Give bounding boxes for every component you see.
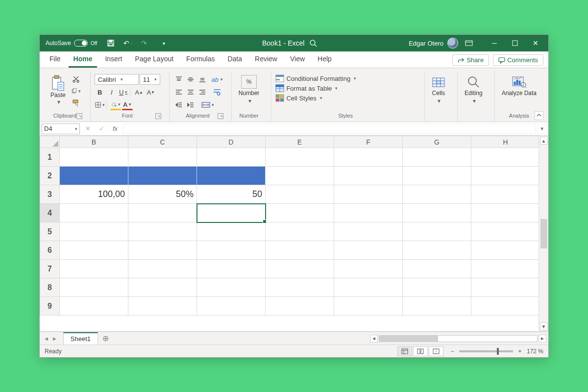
fill-color-button[interactable]: ▾ xyxy=(110,99,121,110)
select-all-corner[interactable] xyxy=(40,136,60,148)
cell-H9[interactable] xyxy=(471,297,539,316)
tab-review[interactable]: Review xyxy=(250,52,282,68)
row-header-5[interactable]: 5 xyxy=(40,222,60,241)
zoom-slider[interactable] xyxy=(459,350,513,352)
increase-font-button[interactable]: A▲ xyxy=(134,87,145,98)
tab-insert[interactable]: Insert xyxy=(100,52,127,68)
cell-E4[interactable] xyxy=(266,204,334,222)
cell-D6[interactable] xyxy=(197,241,266,260)
name-box[interactable]: D4 ▾ xyxy=(42,123,80,134)
col-header-F[interactable]: F xyxy=(334,136,403,148)
page-layout-view-button[interactable] xyxy=(413,346,428,356)
row-header-6[interactable]: 6 xyxy=(40,241,60,260)
align-middle-button[interactable] xyxy=(185,74,196,85)
cell-F2[interactable] xyxy=(334,167,403,185)
scroll-track-horizontal[interactable] xyxy=(379,335,538,342)
ribbon-display-options-button[interactable] xyxy=(462,36,476,50)
cell-C2[interactable] xyxy=(128,167,197,185)
col-header-H[interactable]: H xyxy=(471,136,539,148)
cell-E7[interactable] xyxy=(266,260,334,278)
bold-button[interactable]: B xyxy=(95,87,105,98)
cell-H3[interactable] xyxy=(471,185,539,204)
cell-styles-button[interactable]: Cell Styles▾ xyxy=(275,94,322,102)
zoom-value[interactable]: 172 % xyxy=(527,348,543,355)
cell-F9[interactable] xyxy=(334,297,403,316)
scroll-down-button[interactable]: ▼ xyxy=(540,322,548,330)
cell-G8[interactable] xyxy=(403,278,471,297)
expand-formula-bar-button[interactable]: ▾ xyxy=(538,123,546,134)
cell-H6[interactable] xyxy=(471,241,539,260)
share-button[interactable]: Share xyxy=(452,54,489,66)
align-bottom-button[interactable] xyxy=(197,74,208,85)
normal-view-button[interactable] xyxy=(397,346,412,356)
decrease-font-button[interactable]: A▼ xyxy=(146,87,156,98)
tab-view[interactable]: View xyxy=(285,52,310,68)
cell-E5[interactable] xyxy=(266,222,334,241)
tab-file[interactable]: File xyxy=(45,52,66,68)
tab-formulas[interactable]: Formulas xyxy=(181,52,220,68)
cell-B9[interactable] xyxy=(60,297,128,316)
collapse-ribbon-button[interactable] xyxy=(535,111,543,120)
cell-H5[interactable] xyxy=(471,222,539,241)
cell-H7[interactable] xyxy=(471,260,539,278)
cell-E3[interactable] xyxy=(266,185,334,204)
merge-center-button[interactable]: ▾ xyxy=(200,99,216,110)
wrap-text-button[interactable] xyxy=(212,87,222,98)
font-name-combo[interactable]: Calibri▾ xyxy=(95,74,139,85)
scroll-up-button[interactable]: ▲ xyxy=(540,137,548,145)
tab-data[interactable]: Data xyxy=(222,52,247,68)
tab-page-layout[interactable]: Page Layout xyxy=(130,52,178,68)
editing-button[interactable]: Editing ▾ xyxy=(462,74,486,105)
cell-C9[interactable] xyxy=(128,297,197,316)
orientation-button[interactable]: ab▾ xyxy=(212,74,222,85)
increase-indent-button[interactable] xyxy=(185,99,196,110)
cell-D1[interactable] xyxy=(197,148,266,167)
cell-G1[interactable] xyxy=(403,148,471,167)
cell-G6[interactable] xyxy=(403,241,471,260)
scroll-left-button[interactable]: ◄ xyxy=(370,335,378,343)
cell-D9[interactable] xyxy=(197,297,266,316)
borders-button[interactable]: ▾ xyxy=(95,99,105,110)
cell-G2[interactable] xyxy=(403,167,471,185)
sheet-prev-button[interactable]: ◄ xyxy=(43,336,50,342)
cell-B8[interactable] xyxy=(60,278,128,297)
cells-button[interactable]: Cells ▾ xyxy=(429,74,448,105)
sheet-next-button[interactable]: ► xyxy=(51,336,58,342)
cell-F8[interactable] xyxy=(334,278,403,297)
cell-E9[interactable] xyxy=(266,297,334,316)
user-avatar[interactable] xyxy=(447,38,458,49)
cell-H8[interactable] xyxy=(471,278,539,297)
minimize-button[interactable]: ─ xyxy=(485,36,504,50)
cell-B1[interactable] xyxy=(60,148,128,167)
cell-B4[interactable] xyxy=(60,204,128,222)
spreadsheet-grid[interactable]: B C D E F G H 1 2 3100,0050%50 4 5 6 7 8… xyxy=(40,136,539,331)
cell-B6[interactable] xyxy=(60,241,128,260)
underline-button[interactable]: U▾ xyxy=(118,87,129,98)
col-header-E[interactable]: E xyxy=(266,136,334,148)
zoom-in-button[interactable]: + xyxy=(516,347,524,355)
copy-button[interactable]: ▾ xyxy=(71,86,81,97)
cell-G5[interactable] xyxy=(403,222,471,241)
comments-button[interactable]: Comments xyxy=(493,54,543,66)
row-header-8[interactable]: 8 xyxy=(40,278,60,297)
scroll-thumb-horizontal[interactable] xyxy=(379,336,438,342)
save-button[interactable] xyxy=(104,36,118,50)
user-name[interactable]: Edgar Otero xyxy=(409,40,443,47)
italic-button[interactable]: I xyxy=(106,87,117,98)
autosave-toggle[interactable]: AutoSave Off xyxy=(43,39,100,48)
cell-B3[interactable]: 100,00 xyxy=(60,185,128,204)
undo-button[interactable]: ↶▾ xyxy=(122,36,135,50)
decrease-indent-button[interactable] xyxy=(173,99,184,110)
cell-C8[interactable] xyxy=(128,278,197,297)
row-header-2[interactable]: 2 xyxy=(40,167,60,185)
cell-H4[interactable] xyxy=(471,204,539,222)
alignment-launcher[interactable] xyxy=(218,113,223,119)
horizontal-scrollbar[interactable]: ◄ ► xyxy=(370,335,546,343)
font-size-combo[interactable]: 11▾ xyxy=(140,74,160,85)
tab-help[interactable]: Help xyxy=(313,52,337,68)
cell-F1[interactable] xyxy=(334,148,403,167)
cell-G9[interactable] xyxy=(403,297,471,316)
format-as-table-button[interactable]: Format as Table▾ xyxy=(275,84,338,93)
row-header-3[interactable]: 3 xyxy=(40,185,60,204)
cell-B7[interactable] xyxy=(60,260,128,278)
